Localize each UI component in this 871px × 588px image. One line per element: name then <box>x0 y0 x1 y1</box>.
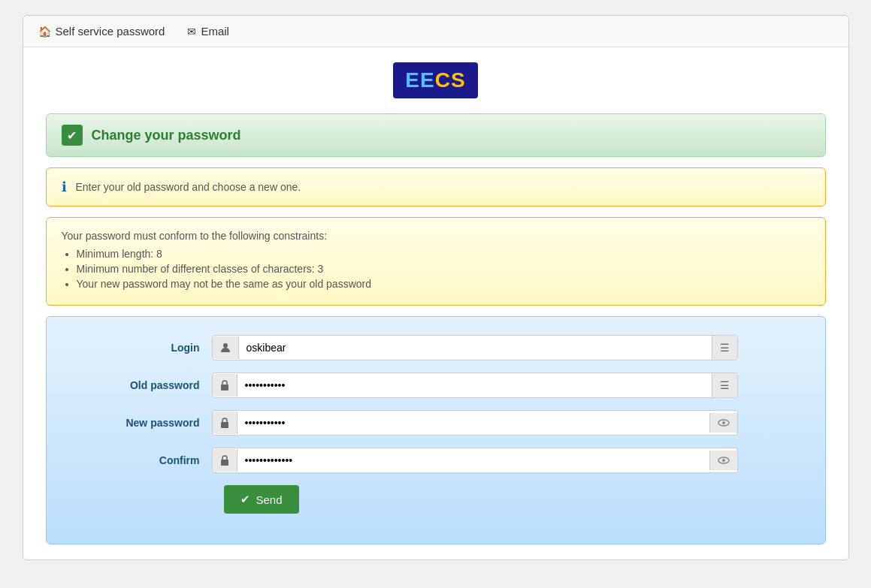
svg-point-4 <box>722 421 725 424</box>
lock-icon-old <box>213 374 237 397</box>
old-password-label: Old password <box>62 379 212 391</box>
svg-rect-2 <box>221 422 228 428</box>
old-password-input-wrapper: ☰ <box>212 372 738 398</box>
info-icon: ℹ <box>62 179 67 195</box>
send-label: Send <box>256 493 283 506</box>
section-header-title: Change your password <box>92 128 241 143</box>
form-box: Login ☰ Old password ☰ <box>46 316 826 544</box>
svg-point-0 <box>223 343 228 348</box>
new-password-eye-icon[interactable] <box>709 413 737 433</box>
constraints-intro: Your password must conform to the follow… <box>62 230 810 242</box>
constraint-item-1: Minimum length: 8 <box>77 248 810 260</box>
logo-container: EECS <box>46 62 826 98</box>
svg-rect-5 <box>221 460 228 466</box>
new-password-input-wrapper <box>212 410 738 436</box>
logo-ee: EE <box>405 68 434 92</box>
svg-point-7 <box>722 459 725 462</box>
send-row: ✔ Send <box>62 485 810 514</box>
lock-icon-confirm <box>213 449 237 472</box>
info-box: ℹ Enter your old password and choose a n… <box>46 167 826 207</box>
login-label: Login <box>62 342 212 354</box>
svg-rect-1 <box>221 384 228 390</box>
nav-home-label: Self service password <box>56 25 165 38</box>
constraint-item-3: Your new password may not be the same as… <box>77 278 810 290</box>
confirm-eye-icon[interactable] <box>709 451 737 470</box>
navbar: 🏠 Self service password ✉ Email <box>23 16 848 47</box>
nav-email-link[interactable]: ✉ Email <box>187 25 229 38</box>
confirm-row: Confirm <box>62 448 810 473</box>
new-password-row: New password <box>62 410 810 436</box>
login-menu-icon[interactable]: ☰ <box>712 336 737 360</box>
nav-email-label: Email <box>201 25 229 38</box>
user-icon <box>213 336 239 359</box>
login-row: Login ☰ <box>62 335 810 360</box>
section-header: ✔ Change your password <box>46 113 826 157</box>
send-check-icon: ✔ <box>240 493 250 506</box>
constraints-list: Minimum length: 8 Minimum number of diff… <box>77 248 810 290</box>
new-password-label: New password <box>62 417 212 429</box>
new-password-input[interactable] <box>237 411 709 435</box>
confirm-input-wrapper <box>212 448 738 473</box>
check-icon: ✔ <box>62 125 83 146</box>
send-button[interactable]: ✔ Send <box>224 485 299 514</box>
nav-home-link[interactable]: 🏠 Self service password <box>38 25 165 38</box>
login-input[interactable] <box>239 336 712 360</box>
old-password-menu-icon[interactable]: ☰ <box>712 373 737 397</box>
main-content: EECS ✔ Change your password ℹ Enter your… <box>23 47 848 559</box>
lock-icon-new <box>213 412 237 434</box>
logo-cs: CS <box>435 68 466 92</box>
logo: EECS <box>393 62 477 98</box>
main-container: 🏠 Self service password ✉ Email EECS ✔ C… <box>23 15 849 560</box>
old-password-input[interactable] <box>237 373 712 397</box>
home-icon: 🏠 <box>38 26 51 38</box>
confirm-input[interactable] <box>237 448 709 472</box>
confirm-label: Confirm <box>62 454 212 466</box>
email-icon: ✉ <box>187 26 196 38</box>
login-input-wrapper: ☰ <box>212 335 738 360</box>
info-text: Enter your old password and choose a new… <box>76 181 301 193</box>
old-password-row: Old password ☰ <box>62 372 810 398</box>
constraint-item-2: Minimum number of different classes of c… <box>77 263 810 275</box>
constraints-box: Your password must conform to the follow… <box>46 217 826 306</box>
